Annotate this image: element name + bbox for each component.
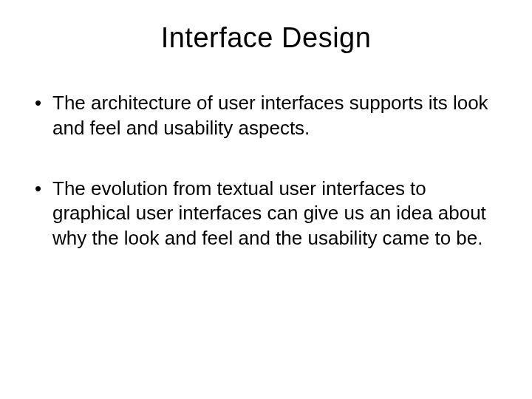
bullet-list: The architecture of user interfaces supp… <box>26 91 506 251</box>
list-item: The architecture of user interfaces supp… <box>32 91 506 141</box>
slide-title: Interface Design <box>26 22 506 54</box>
list-item: The evolution from textual user interfac… <box>32 177 506 251</box>
